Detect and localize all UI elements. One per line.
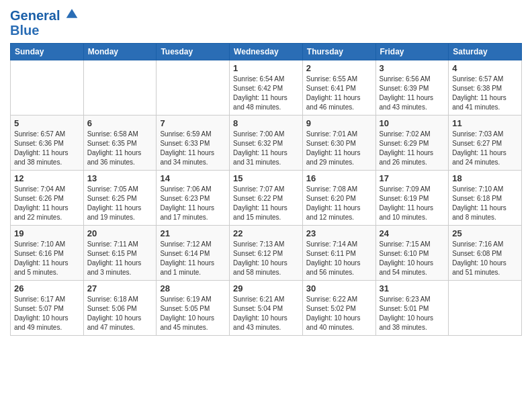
- week-row-5: 26Sunrise: 6:17 AM Sunset: 5:07 PM Dayli…: [11, 281, 522, 336]
- calendar-cell: 4Sunrise: 6:57 AM Sunset: 6:38 PM Daylig…: [449, 60, 522, 116]
- calendar-cell: 14Sunrise: 7:06 AM Sunset: 6:23 PM Dayli…: [157, 171, 230, 226]
- week-row-4: 19Sunrise: 7:10 AM Sunset: 6:16 PM Dayli…: [11, 226, 522, 281]
- day-info: Sunrise: 6:18 AM Sunset: 5:06 PM Dayligh…: [87, 295, 153, 332]
- logo: General Blue: [10, 7, 79, 38]
- day-number: 13: [87, 173, 153, 183]
- calendar-cell: 9Sunrise: 7:01 AM Sunset: 6:30 PM Daylig…: [302, 116, 375, 171]
- day-info: Sunrise: 7:10 AM Sunset: 6:16 PM Dayligh…: [14, 240, 80, 277]
- calendar-cell: 26Sunrise: 6:17 AM Sunset: 5:07 PM Dayli…: [11, 281, 84, 336]
- weekday-saturday: Saturday: [449, 44, 522, 60]
- svg-marker-0: [66, 9, 78, 17]
- day-number: 5: [14, 118, 80, 128]
- day-info: Sunrise: 7:11 AM Sunset: 6:15 PM Dayligh…: [87, 240, 153, 277]
- day-info: Sunrise: 7:14 AM Sunset: 6:11 PM Dayligh…: [306, 240, 372, 277]
- day-number: 28: [160, 283, 226, 293]
- day-info: Sunrise: 6:23 AM Sunset: 5:01 PM Dayligh…: [380, 295, 445, 332]
- calendar-cell: 29Sunrise: 6:21 AM Sunset: 5:04 PM Dayli…: [230, 281, 303, 336]
- day-number: 19: [14, 228, 80, 238]
- day-number: 30: [306, 283, 372, 293]
- day-number: 11: [452, 118, 518, 128]
- week-row-3: 12Sunrise: 7:04 AM Sunset: 6:26 PM Dayli…: [11, 171, 522, 226]
- day-number: 27: [87, 283, 153, 293]
- day-number: 4: [452, 63, 518, 73]
- calendar-cell: 20Sunrise: 7:11 AM Sunset: 6:15 PM Dayli…: [83, 226, 157, 281]
- page-container: General Blue SundayMondayTuesdayWednesda…: [0, 0, 532, 342]
- day-info: Sunrise: 7:10 AM Sunset: 6:18 PM Dayligh…: [452, 185, 518, 222]
- calendar-cell: [11, 60, 84, 116]
- week-row-1: 1Sunrise: 6:54 AM Sunset: 6:42 PM Daylig…: [11, 60, 522, 116]
- calendar-cell: 6Sunrise: 6:58 AM Sunset: 6:35 PM Daylig…: [83, 116, 157, 171]
- day-info: Sunrise: 7:04 AM Sunset: 6:26 PM Dayligh…: [14, 185, 80, 222]
- calendar-cell: 18Sunrise: 7:10 AM Sunset: 6:18 PM Dayli…: [449, 171, 522, 226]
- weekday-sunday: Sunday: [11, 44, 84, 60]
- calendar-cell: [157, 60, 230, 116]
- logo-text: General: [10, 7, 79, 23]
- calendar-cell: 16Sunrise: 7:08 AM Sunset: 6:20 PM Dayli…: [302, 171, 375, 226]
- calendar-cell: 5Sunrise: 6:57 AM Sunset: 6:36 PM Daylig…: [11, 116, 84, 171]
- day-number: 18: [452, 173, 518, 183]
- day-number: 14: [160, 173, 226, 183]
- day-number: 7: [160, 118, 226, 128]
- calendar-cell: 23Sunrise: 7:14 AM Sunset: 6:11 PM Dayli…: [302, 226, 375, 281]
- calendar-cell: 19Sunrise: 7:10 AM Sunset: 6:16 PM Dayli…: [11, 226, 84, 281]
- day-info: Sunrise: 7:13 AM Sunset: 6:12 PM Dayligh…: [233, 240, 299, 277]
- day-number: 10: [380, 118, 445, 128]
- calendar-cell: 8Sunrise: 7:00 AM Sunset: 6:32 PM Daylig…: [230, 116, 303, 171]
- day-info: Sunrise: 6:19 AM Sunset: 5:05 PM Dayligh…: [160, 295, 226, 332]
- calendar-body: 1Sunrise: 6:54 AM Sunset: 6:42 PM Daylig…: [11, 60, 522, 336]
- page-header: General Blue: [10, 7, 522, 38]
- weekday-tuesday: Tuesday: [157, 44, 230, 60]
- day-number: 6: [87, 118, 153, 128]
- day-number: 25: [452, 228, 518, 238]
- weekday-thursday: Thursday: [302, 44, 375, 60]
- calendar-cell: 28Sunrise: 6:19 AM Sunset: 5:05 PM Dayli…: [157, 281, 230, 336]
- weekday-header-row: SundayMondayTuesdayWednesdayThursdayFrid…: [11, 44, 522, 60]
- day-info: Sunrise: 6:55 AM Sunset: 6:41 PM Dayligh…: [306, 75, 372, 112]
- day-info: Sunrise: 6:17 AM Sunset: 5:07 PM Dayligh…: [14, 295, 80, 332]
- day-number: 3: [380, 63, 445, 73]
- day-number: 17: [380, 173, 445, 183]
- calendar-cell: 24Sunrise: 7:15 AM Sunset: 6:10 PM Dayli…: [375, 226, 449, 281]
- calendar-cell: [449, 281, 522, 336]
- day-number: 15: [233, 173, 299, 183]
- calendar-cell: 30Sunrise: 6:22 AM Sunset: 5:02 PM Dayli…: [302, 281, 375, 336]
- day-info: Sunrise: 7:07 AM Sunset: 6:22 PM Dayligh…: [233, 185, 299, 222]
- day-number: 12: [14, 173, 80, 183]
- day-info: Sunrise: 6:57 AM Sunset: 6:38 PM Dayligh…: [452, 75, 518, 112]
- calendar-cell: 31Sunrise: 6:23 AM Sunset: 5:01 PM Dayli…: [375, 281, 449, 336]
- calendar-cell: 15Sunrise: 7:07 AM Sunset: 6:22 PM Dayli…: [230, 171, 303, 226]
- day-number: 2: [306, 63, 372, 73]
- day-info: Sunrise: 6:59 AM Sunset: 6:33 PM Dayligh…: [160, 130, 226, 167]
- calendar-cell: 13Sunrise: 7:05 AM Sunset: 6:25 PM Dayli…: [83, 171, 157, 226]
- day-number: 9: [306, 118, 372, 128]
- day-info: Sunrise: 7:05 AM Sunset: 6:25 PM Dayligh…: [87, 185, 153, 222]
- day-info: Sunrise: 7:15 AM Sunset: 6:10 PM Dayligh…: [380, 240, 445, 277]
- calendar-table: SundayMondayTuesdayWednesdayThursdayFrid…: [10, 43, 522, 336]
- day-info: Sunrise: 7:03 AM Sunset: 6:27 PM Dayligh…: [452, 130, 518, 167]
- day-number: 26: [14, 283, 80, 293]
- logo-icon: [65, 7, 79, 20]
- day-info: Sunrise: 6:57 AM Sunset: 6:36 PM Dayligh…: [14, 130, 80, 167]
- calendar-cell: 27Sunrise: 6:18 AM Sunset: 5:06 PM Dayli…: [83, 281, 157, 336]
- calendar-cell: 7Sunrise: 6:59 AM Sunset: 6:33 PM Daylig…: [157, 116, 230, 171]
- day-number: 16: [306, 173, 372, 183]
- day-number: 1: [233, 63, 299, 73]
- calendar-cell: 3Sunrise: 6:56 AM Sunset: 6:39 PM Daylig…: [375, 60, 449, 116]
- calendar-cell: [83, 60, 157, 116]
- week-row-2: 5Sunrise: 6:57 AM Sunset: 6:36 PM Daylig…: [11, 116, 522, 171]
- day-number: 8: [233, 118, 299, 128]
- calendar-cell: 1Sunrise: 6:54 AM Sunset: 6:42 PM Daylig…: [230, 60, 303, 116]
- calendar-cell: 11Sunrise: 7:03 AM Sunset: 6:27 PM Dayli…: [449, 116, 522, 171]
- logo-text2: Blue: [10, 23, 79, 38]
- day-info: Sunrise: 6:56 AM Sunset: 6:39 PM Dayligh…: [380, 75, 445, 112]
- calendar-cell: 2Sunrise: 6:55 AM Sunset: 6:41 PM Daylig…: [302, 60, 375, 116]
- calendar-cell: 22Sunrise: 7:13 AM Sunset: 6:12 PM Dayli…: [230, 226, 303, 281]
- day-info: Sunrise: 6:54 AM Sunset: 6:42 PM Dayligh…: [233, 75, 299, 112]
- day-number: 23: [306, 228, 372, 238]
- calendar-cell: 10Sunrise: 7:02 AM Sunset: 6:29 PM Dayli…: [375, 116, 449, 171]
- day-number: 24: [380, 228, 445, 238]
- day-info: Sunrise: 7:01 AM Sunset: 6:30 PM Dayligh…: [306, 130, 372, 167]
- day-number: 29: [233, 283, 299, 293]
- day-number: 31: [380, 283, 445, 293]
- day-info: Sunrise: 7:06 AM Sunset: 6:23 PM Dayligh…: [160, 185, 226, 222]
